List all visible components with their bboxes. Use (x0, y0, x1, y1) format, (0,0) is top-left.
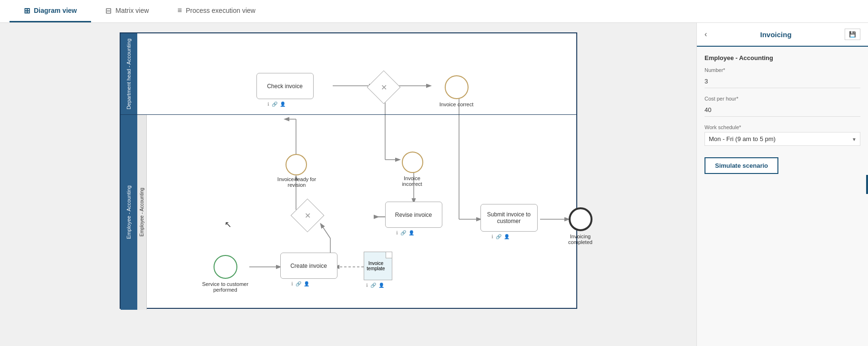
create-invoice-icons: ℹ 🔗 👤 (291, 281, 309, 286)
number-label: Number* (705, 67, 860, 73)
invoice-ready-event[interactable] (286, 154, 307, 175)
tab-matrix[interactable]: ⊟ Matrix view (91, 0, 163, 22)
tab-process[interactable]: ≡ Process execution view (163, 0, 270, 22)
gateway-top[interactable]: ✕ (367, 71, 400, 104)
gateway-bottom-icon: ✕ (304, 211, 310, 220)
invoice-ready-label: Invoice ready for revision (273, 176, 321, 188)
service-performed-event[interactable] (214, 255, 237, 279)
schedule-select-wrapper: Mon - Fri (9 am to 5 pm) Mon - Sat (8 am… (705, 132, 860, 146)
invoice-template-doc[interactable]: Invoice template (364, 252, 392, 280)
submit-invoice-task[interactable]: Submit invoice to customer (480, 204, 538, 232)
sublane-label: Employee - Accounting (139, 188, 144, 236)
info-icon: ℹ (267, 102, 269, 107)
lane-divider (121, 114, 576, 115)
simulate-button[interactable]: Simulate scenario (705, 157, 778, 174)
panel-save-button[interactable]: 💾 (845, 29, 860, 40)
cost-label: Cost per hour* (705, 96, 860, 102)
diagram-icon: ⊞ (24, 6, 30, 15)
tab-diagram[interactable]: ⊞ Diagram view (10, 0, 91, 22)
invoice-incorrect-event[interactable] (402, 152, 423, 173)
revise-invoice-task[interactable]: Revise invoice (385, 202, 442, 228)
revise-invoice-icons: ℹ 🔗 👤 (396, 230, 414, 235)
user-icon2: 👤 (408, 230, 414, 235)
process-icon: ≡ (177, 6, 182, 15)
link-icon4: 🔗 (296, 281, 301, 286)
expand-panel-button[interactable]: ❯ (866, 175, 868, 194)
section-title: Employee - Accounting (705, 54, 860, 61)
panel-title: Invoicing (760, 31, 792, 39)
template-icons: ℹ 🔗 👤 (366, 283, 384, 288)
invoice-correct-event[interactable] (445, 75, 469, 99)
panel-back-button[interactable]: ‹ (705, 30, 707, 39)
top-lane-header: Department head - Accounting (121, 33, 137, 114)
schedule-select[interactable]: Mon - Fri (9 am to 5 pm) Mon - Sat (8 am… (705, 132, 860, 146)
submit-invoice-icons: ℹ 🔗 👤 (491, 234, 510, 239)
header-tabs: ⊞ Diagram view ⊟ Matrix view ≡ Process e… (0, 0, 868, 23)
cost-value[interactable]: 40 (705, 103, 860, 117)
svg-line-14 (321, 224, 330, 238)
invoicing-completed-event[interactable] (569, 207, 592, 231)
check-invoice-task[interactable]: Check invoice (256, 73, 314, 99)
arrows-svg (121, 33, 576, 308)
gateway-top-icon: ✕ (380, 83, 387, 92)
info-icon4: ℹ (291, 281, 293, 286)
user-icon5: 👤 (378, 283, 384, 288)
number-value[interactable]: 3 (705, 75, 860, 88)
top-lane-label: Department head - Accounting (126, 39, 132, 110)
check-invoice-icons: ℹ 🔗 👤 (267, 102, 286, 107)
main-content: Department head - Accounting Employee - … (0, 23, 868, 346)
user-icon3: 👤 (504, 234, 510, 239)
right-panel: ‹ Invoicing 💾 Employee - Accounting Numb… (696, 23, 868, 346)
cursor: ↖ (225, 219, 232, 230)
schedule-field: Work schedule* Mon - Fri (9 am to 5 pm) … (705, 124, 860, 146)
link-icon5: 🔗 (370, 283, 376, 288)
info-icon2: ℹ (396, 230, 398, 235)
info-icon5: ℹ (366, 283, 368, 288)
user-icon: 👤 (280, 102, 286, 107)
sublane-header: Employee - Accounting (137, 114, 147, 310)
bottom-lane-label: Employee - Accounting (126, 185, 132, 239)
invoicing-completed-label: Invoicing completed (562, 234, 600, 245)
panel-body: Employee - Accounting Number* 3 Cost per… (697, 47, 868, 346)
panel-header: ‹ Invoicing 💾 (697, 23, 868, 47)
diagram-area[interactable]: Department head - Accounting Employee - … (0, 23, 696, 346)
link-icon: 🔗 (272, 102, 277, 107)
cost-field: Cost per hour* 40 (705, 96, 860, 117)
bottom-lane-header: Employee - Accounting (121, 114, 137, 310)
invoice-incorrect-label: Invoice incorrect (393, 175, 431, 187)
gateway-bottom[interactable]: ✕ (290, 199, 324, 233)
link-icon3: 🔗 (496, 234, 501, 239)
bpmn-canvas[interactable]: Department head - Accounting Employee - … (120, 32, 577, 309)
info-icon3: ℹ (491, 234, 493, 239)
create-invoice-task[interactable]: Create invoice (280, 253, 337, 279)
service-performed-label: Service to customer performed (199, 281, 252, 293)
number-field: Number* 3 (705, 67, 860, 88)
invoice-correct-label: Invoice correct (438, 102, 476, 107)
link-icon2: 🔗 (400, 230, 406, 235)
matrix-icon: ⊟ (105, 6, 112, 15)
user-icon4: 👤 (304, 281, 309, 286)
schedule-label: Work schedule* (705, 124, 860, 130)
